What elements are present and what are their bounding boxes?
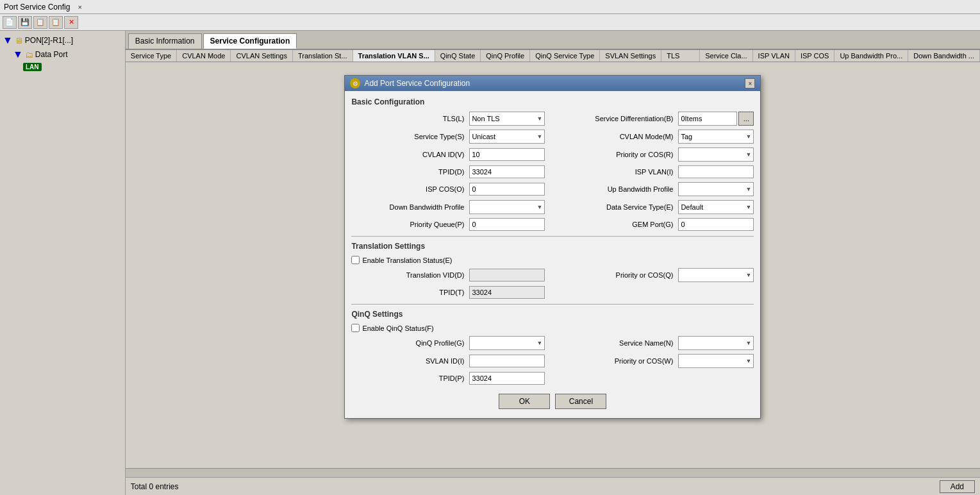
dialog-titlebar: ⚙ Add Port Service Configuration × <box>345 76 760 91</box>
tpid-t-label: TPID(T) <box>351 289 467 296</box>
sub-tab-service-class[interactable]: Service Cla... <box>700 50 752 62</box>
data-port-icon: 🗂 <box>25 50 33 60</box>
tab-service-configuration[interactable]: Service Configuration <box>203 33 297 49</box>
sub-tab-cvlan-mode[interactable]: CVLAN Mode <box>177 50 231 62</box>
add-button[interactable]: Add <box>940 480 975 493</box>
down-bw-label: Down Bandwidth Profile <box>351 203 467 211</box>
enable-qinq-row: Enable QinQ Status(F) <box>351 324 754 332</box>
ok-button[interactable]: OK <box>499 394 550 409</box>
qinq-profile-select[interactable] <box>469 336 545 350</box>
form-row-1: TLS(L) Non TLS TLS Service Differentiati… <box>351 112 754 126</box>
dialog-buttons: OK Cancel <box>351 389 754 412</box>
svlan-id-label: SVLAN ID(I) <box>351 357 467 365</box>
sub-tab-qinq-service-type[interactable]: QinQ Service Type <box>530 50 600 62</box>
sub-tab-down-bandwidth[interactable]: Down Bandwidth ... <box>908 50 980 62</box>
translation-row-1: Translation VID(D) Priority or COS(Q) <box>351 268 754 282</box>
scrollbar-area <box>126 468 980 477</box>
cvlan-mode-select[interactable]: Tag Transparent Translation <box>678 130 754 144</box>
gem-port-input[interactable] <box>678 218 754 231</box>
priority-queue-input[interactable] <box>469 218 545 231</box>
tpid-t-input[interactable] <box>469 286 545 299</box>
service-diff-input[interactable] <box>678 112 737 126</box>
sub-tab-qinq-state[interactable]: QinQ State <box>435 50 481 62</box>
sub-tabs: Service Type CVLAN Mode CVLAN Settings T… <box>126 50 980 62</box>
data-service-select[interactable]: Default <box>678 200 754 214</box>
left-panel: ▼ 🖥 PON[2]-R1[...] ▼ 🗂 Data Port LAN <box>0 31 126 495</box>
sub-tab-tls[interactable]: TLS <box>661 50 700 62</box>
form-row-4: TPID(D) ISP VLAN(I) <box>351 165 754 178</box>
service-type-wrapper: Unicast Multicast Broadcast <box>469 130 545 144</box>
toolbar-copy-btn[interactable]: 📋 <box>33 16 47 29</box>
sub-tab-isp-cos[interactable]: ISP COS <box>795 50 835 62</box>
data-service-label: Data Service Type(E) <box>547 203 676 211</box>
tree-root-label: PON[2]-R1[...] <box>25 36 73 45</box>
toolbar-paste-btn[interactable]: 📋 <box>49 16 63 29</box>
enable-translation-row: Enable Translation Status(E) <box>351 256 754 264</box>
translation-vid-input[interactable] <box>469 269 545 281</box>
toolbar-save-btn[interactable]: 💾 <box>18 16 32 29</box>
service-name-wrapper <box>678 336 754 350</box>
sub-tab-up-bandwidth[interactable]: Up Bandwidth Pro... <box>835 50 908 62</box>
sub-tab-cvlan-settings[interactable]: CVLAN Settings <box>231 50 292 62</box>
window-title: Port Service Config <box>4 3 70 12</box>
service-type-select[interactable]: Unicast Multicast Broadcast <box>469 130 545 144</box>
dialog-close-btn[interactable]: × <box>745 78 755 88</box>
sub-tab-translation-st[interactable]: Translation St... <box>293 50 353 62</box>
dialog-title: Add Port Service Configuration <box>364 79 470 88</box>
form-row-5: ISP COS(O) Up Bandwidth Profile <box>351 182 754 196</box>
tls-select[interactable]: Non TLS TLS <box>469 112 545 126</box>
toolbar: 📄 💾 📋 📋 ✕ <box>0 14 980 31</box>
priority-cos-r-wrapper <box>678 147 754 162</box>
sub-tab-translation-vlan[interactable]: Translation VLAN S... <box>353 50 435 62</box>
priority-cos-q-wrapper <box>678 268 754 282</box>
service-diff-label: Service Differentiation(B) <box>547 115 676 122</box>
tab-basic-information[interactable]: Basic Information <box>128 33 202 49</box>
folder-icon: 🖥 <box>15 36 23 46</box>
sub-tab-qinq-profile[interactable]: QinQ Profile <box>481 50 530 62</box>
cvlan-id-input[interactable] <box>469 148 545 161</box>
priority-cos-r-label: Priority or COS(R) <box>547 151 676 158</box>
add-port-service-dialog: ⚙ Add Port Service Configuration × Basic… <box>344 75 761 419</box>
dialog-title-icon: ⚙ <box>350 78 360 88</box>
enable-qinq-checkbox[interactable] <box>351 324 360 332</box>
priority-cos-q-label: Priority or COS(Q) <box>547 271 676 279</box>
service-diff-btn[interactable]: ... <box>738 112 754 126</box>
up-bw-select[interactable] <box>678 182 754 196</box>
tpid-d-input[interactable] <box>469 165 545 178</box>
cvlan-id-label: CVLAN ID(V) <box>351 151 467 158</box>
data-service-wrapper: Default <box>678 200 754 214</box>
form-row-3: CVLAN ID(V) Priority or COS(R) <box>351 147 754 162</box>
cancel-button[interactable]: Cancel <box>555 394 606 409</box>
sub-tab-isp-vlan[interactable]: ISP VLAN <box>753 50 795 62</box>
enable-translation-label: Enable Translation Status(E) <box>362 256 452 264</box>
sub-tab-svlan-settings[interactable]: SVLAN Settings <box>600 50 661 62</box>
tpid-d-label: TPID(D) <box>351 168 467 176</box>
dialog-overlay: ⚙ Add Port Service Configuration × Basic… <box>126 62 980 468</box>
form-row-7: Priority Queue(P) GEM Port(G) <box>351 218 754 231</box>
isp-vlan-input[interactable] <box>678 165 754 178</box>
service-name-select[interactable] <box>678 336 754 350</box>
gem-port-label: GEM Port(G) <box>547 221 676 228</box>
section-divider-2 <box>351 304 754 305</box>
sub-tab-service-type[interactable]: Service Type <box>126 50 177 62</box>
translation-vid-label: Translation VID(D) <box>351 271 467 279</box>
tree-root[interactable]: ▼ 🖥 PON[2]-R1[...] <box>3 33 122 47</box>
tpid-p-input[interactable] <box>469 372 545 385</box>
toolbar-delete-btn[interactable]: ✕ <box>64 16 78 29</box>
priority-cos-w-select[interactable] <box>678 354 754 368</box>
section-divider-1 <box>351 236 754 237</box>
tree-data-port[interactable]: ▼ 🗂 Data Port <box>3 47 122 62</box>
service-type-label: Service Type(S) <box>351 133 467 140</box>
priority-cos-q-select[interactable] <box>678 268 754 282</box>
isp-cos-input[interactable] <box>469 183 545 196</box>
toolbar-new-btn[interactable]: 📄 <box>3 16 17 29</box>
close-icon[interactable]: × <box>78 3 81 11</box>
tree-lan[interactable]: LAN <box>3 62 122 72</box>
down-bw-select[interactable] <box>469 200 545 214</box>
svlan-id-input[interactable] <box>469 355 545 367</box>
qinq-row-3: TPID(P) <box>351 372 754 385</box>
enable-translation-checkbox[interactable] <box>351 256 360 264</box>
priority-cos-r-select[interactable] <box>678 147 754 162</box>
basic-config-heading: Basic Configuration <box>351 97 754 106</box>
lan-badge: LAN <box>23 63 42 71</box>
